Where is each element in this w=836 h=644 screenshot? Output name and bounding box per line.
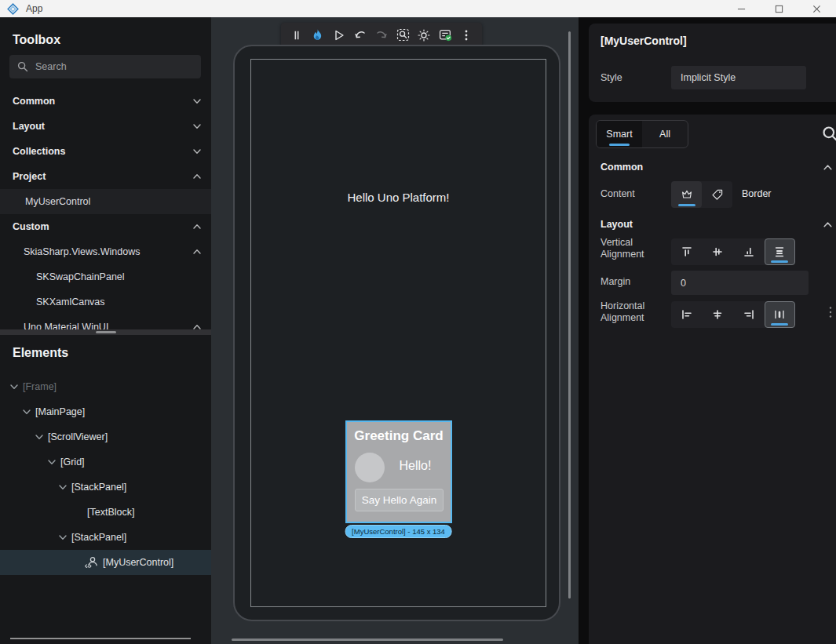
alignment-more-button[interactable] bbox=[829, 306, 832, 318]
content-value-button[interactable] bbox=[671, 181, 702, 208]
align-hcenter-icon bbox=[711, 308, 724, 321]
window-title: App bbox=[26, 3, 42, 14]
halign-center-button[interactable] bbox=[703, 301, 734, 328]
vertical-alignment-segmented bbox=[671, 238, 795, 265]
tab-all[interactable]: All bbox=[642, 121, 688, 147]
play-button[interactable] bbox=[330, 26, 349, 45]
toolbar-drag-handle[interactable] bbox=[287, 26, 306, 45]
inspect-element-button[interactable] bbox=[393, 26, 412, 45]
chevron-down-icon[interactable] bbox=[22, 407, 31, 417]
uno-logo-icon bbox=[7, 3, 19, 15]
tree-item-stackpanel-1[interactable]: [StackPanel] bbox=[0, 475, 211, 500]
chevron-down-icon[interactable] bbox=[47, 457, 57, 467]
segment-indicator bbox=[678, 204, 695, 206]
toolbox-item-myusercontrol[interactable]: MyUserControl bbox=[0, 189, 211, 214]
tab-smart[interactable]: Smart bbox=[597, 121, 642, 147]
toolbox-item-skxamlcanvas[interactable]: SKXamlCanvas bbox=[0, 289, 211, 315]
redo-button[interactable] bbox=[372, 26, 391, 45]
greeting-card-control[interactable]: Greeting Card Hello! Say Hello Again bbox=[345, 420, 452, 523]
chevron-up-icon bbox=[192, 247, 202, 257]
tree-item-scrollviewer[interactable]: [ScrollViewer] bbox=[0, 424, 211, 449]
form-validation-button[interactable] bbox=[436, 26, 455, 45]
device-frame: Hello Uno Platform! Greeting Card Hello!… bbox=[233, 45, 560, 621]
toolbox-search-input[interactable] bbox=[35, 61, 184, 72]
theme-toggle-button[interactable] bbox=[414, 26, 433, 45]
canvas-vertical-scrollbar[interactable] bbox=[568, 31, 571, 599]
align-hstretch-icon bbox=[773, 308, 786, 321]
toolbox-panel: Toolbox Common Layout Collections Projec… bbox=[0, 17, 211, 329]
user-control-icon bbox=[83, 556, 99, 569]
valign-bottom-button[interactable] bbox=[733, 238, 765, 265]
chevron-down-icon bbox=[192, 122, 202, 131]
valign-top-button[interactable] bbox=[671, 238, 703, 265]
properties-tabs: Smart All bbox=[596, 120, 688, 148]
align-right-icon bbox=[743, 308, 755, 321]
panel-splitter[interactable] bbox=[0, 329, 211, 335]
valign-stretch-button[interactable] bbox=[765, 238, 796, 265]
search-icon bbox=[17, 61, 28, 72]
elements-scrollbar[interactable] bbox=[10, 638, 191, 639]
border-value: Border bbox=[742, 188, 772, 199]
tree-item-textblock[interactable]: [TextBlock] bbox=[0, 500, 211, 525]
toolbox-group-collections[interactable]: Collections bbox=[0, 139, 211, 164]
tab-indicator bbox=[609, 144, 630, 146]
section-common: Common bbox=[601, 162, 643, 173]
toolbox-group-project[interactable]: Project bbox=[0, 164, 211, 189]
tree-item-grid[interactable]: [Grid] bbox=[0, 449, 211, 475]
selection-size-badge: [MyUserControl] - 145 x 134 bbox=[345, 525, 452, 538]
valign-center-button[interactable] bbox=[703, 238, 734, 265]
chevron-down-icon[interactable] bbox=[58, 482, 68, 492]
greeting-card-avatar bbox=[355, 453, 385, 482]
toolbox-group-layout[interactable]: Layout bbox=[0, 114, 211, 139]
canvas-horizontal-scrollbar[interactable] bbox=[232, 639, 503, 641]
toolbox-group-skiasharp[interactable]: SkiaSharp.Views.Windows bbox=[0, 239, 211, 264]
toolbox-search-box[interactable] bbox=[9, 55, 201, 78]
chevron-down-icon[interactable] bbox=[58, 533, 68, 542]
tag-icon bbox=[711, 188, 724, 201]
chevron-up-icon[interactable] bbox=[823, 220, 833, 230]
align-vcenter-icon bbox=[711, 246, 724, 258]
align-bottom-icon bbox=[743, 246, 755, 258]
toolbox-group-custom[interactable]: Custom bbox=[0, 214, 211, 239]
toolbox-group-uno-material[interactable]: Uno Material WinUI bbox=[0, 315, 211, 329]
left-panel: Toolbox Common Layout Collections Projec… bbox=[0, 17, 211, 644]
say-hello-again-button[interactable]: Say Hello Again bbox=[355, 489, 444, 511]
tree-item-stackpanel-2[interactable]: [StackPanel] bbox=[0, 525, 211, 550]
align-left-icon bbox=[681, 308, 693, 321]
chevron-down-icon bbox=[192, 147, 202, 156]
maximize-button[interactable] bbox=[767, 0, 790, 17]
chevron-down-icon[interactable] bbox=[9, 382, 19, 391]
content-tag-button[interactable] bbox=[702, 181, 732, 208]
tree-item-mainpage[interactable]: [MainPage] bbox=[0, 399, 211, 424]
chevron-down-icon[interactable] bbox=[35, 432, 44, 442]
device-screen[interactable]: Hello Uno Platform! Greeting Card Hello!… bbox=[250, 59, 546, 607]
selected-element-title: [MyUserControl] bbox=[601, 35, 687, 47]
hello-textblock[interactable]: Hello Uno Platform! bbox=[251, 191, 546, 204]
toolbox-item-skswapchainpanel[interactable]: SKSwapChainPanel bbox=[0, 264, 211, 289]
horizontal-alignment-segmented bbox=[671, 301, 795, 328]
horizontal-alignment-label: Horizontal Alignment bbox=[601, 300, 670, 324]
section-layout: Layout bbox=[601, 219, 633, 230]
halign-left-button[interactable] bbox=[671, 301, 703, 328]
tree-item-frame[interactable]: [Frame] bbox=[0, 374, 211, 399]
halign-stretch-button[interactable] bbox=[765, 301, 796, 328]
properties-search-icon[interactable] bbox=[822, 126, 836, 143]
toolbox-title: Toolbox bbox=[13, 33, 60, 47]
more-options-button[interactable] bbox=[457, 26, 476, 45]
tree-item-myusercontrol[interactable]: [MyUserControl] bbox=[0, 550, 211, 575]
style-input[interactable] bbox=[671, 66, 806, 89]
toolbox-group-common[interactable]: Common bbox=[0, 89, 211, 114]
content-mode-segmented bbox=[671, 181, 732, 208]
vertical-alignment-label: Vertical Alignment bbox=[601, 237, 670, 260]
design-toolbar bbox=[281, 23, 482, 47]
minimize-button[interactable] bbox=[729, 0, 753, 17]
hot-reload-flame-icon[interactable] bbox=[308, 26, 327, 45]
close-button[interactable] bbox=[805, 0, 828, 17]
margin-input[interactable] bbox=[671, 271, 809, 295]
chevron-up-icon[interactable] bbox=[823, 162, 833, 173]
titlebar: App bbox=[0, 0, 836, 17]
chevron-up-icon bbox=[192, 222, 202, 231]
halign-right-button[interactable] bbox=[733, 301, 765, 328]
undo-button[interactable] bbox=[351, 26, 370, 45]
segment-indicator bbox=[771, 260, 788, 263]
